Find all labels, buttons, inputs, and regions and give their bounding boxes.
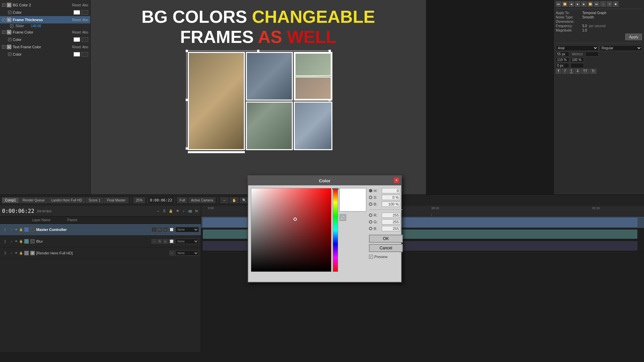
layer-1-expand[interactable]: ↔ — [152, 227, 157, 232]
layer-1-video-icon[interactable]: 👁 — [14, 228, 18, 232]
color-2-checkbox[interactable]: ✓ — [8, 38, 11, 41]
tracking-input[interactable] — [585, 52, 599, 57]
frame-thickness-reset[interactable]: Reset — [72, 18, 81, 22]
transport-record[interactable]: ⏺ — [613, 1, 619, 7]
tab-comp1[interactable]: Comp1 — [2, 197, 19, 203]
toolbar-timecode[interactable]: 0:00:06:22 — [150, 198, 172, 202]
transform-x-input[interactable] — [556, 57, 569, 62]
blue-radio[interactable] — [369, 227, 372, 230]
saturation-input[interactable] — [382, 195, 400, 200]
text-frame-color-about[interactable]: Abo — [82, 45, 88, 49]
color-2-swatch2[interactable] — [82, 37, 88, 42]
transport-loop[interactable]: ↺ — [607, 1, 612, 7]
color-2-swatch[interactable] — [73, 37, 80, 42]
zoom-select[interactable]: 25% — [133, 197, 145, 203]
red-input[interactable] — [382, 213, 400, 218]
text-italic-btn[interactable]: T — [562, 69, 568, 74]
layer-2-motion[interactable]: ◎ — [163, 239, 168, 244]
layer-3-expand[interactable]: ↔ — [169, 251, 174, 255]
text-small-caps-btn[interactable]: Tt — [590, 69, 596, 74]
text-frame-color-reset[interactable]: Reset — [72, 45, 81, 49]
layer-3-parent-select[interactable]: None — [175, 250, 199, 256]
color-3-swatch2[interactable] — [82, 52, 88, 57]
font-select[interactable]: Arial — [556, 45, 598, 51]
tool-hand[interactable]: ✋ — [230, 197, 238, 203]
brightness-input[interactable] — [382, 201, 400, 207]
green-radio[interactable] — [369, 220, 372, 224]
tl-btn-lock[interactable]: 🔒 — [168, 208, 174, 214]
frame-color-about[interactable]: Abo — [82, 31, 88, 34]
color-gradient-box[interactable] — [251, 188, 331, 272]
tl-btn-solo[interactable]: S — [162, 208, 167, 214]
frame-thickness-about[interactable]: Abo — [82, 18, 88, 22]
tool-expand[interactable]: ↔ — [220, 197, 228, 203]
active-camera-btn[interactable]: Active Camera — [189, 197, 215, 203]
tl-btn-audio[interactable]: ♪ — [182, 208, 185, 214]
transport-next[interactable]: ⏩ — [588, 1, 593, 7]
frame-thickness-checkbox[interactable]: ✓ — [2, 18, 5, 21]
layer-1-parent-select[interactable]: None — [175, 227, 199, 232]
blue-input[interactable] — [382, 226, 400, 231]
color-1-swatch2[interactable] — [82, 10, 88, 15]
layer-3-lock-icon[interactable]: 🔒 — [19, 251, 23, 255]
transport-prev-prev[interactable]: ⏮ — [556, 1, 561, 7]
transport-audio[interactable]: ♪ — [600, 1, 606, 7]
layer-row-2[interactable]: 2 ♪ 👁 🔒 ⬛ Blur ↔ fx ◎ ⬜ — [0, 236, 201, 247]
timeline-timecode[interactable]: 0:00:06:22 — [2, 208, 34, 214]
color-3-checkbox[interactable]: ✓ — [8, 53, 11, 56]
bg-color-2-reset[interactable]: Reset — [72, 3, 81, 7]
pos-y-input[interactable] — [571, 63, 584, 68]
full-quality-btn[interactable]: Full — [177, 197, 187, 203]
layer-2-expand[interactable]: ↔ — [152, 239, 157, 244]
layer-2-frame[interactable]: ⬜ — [169, 239, 174, 244]
transport-play-back[interactable]: ◀ — [569, 1, 574, 7]
font-size-input[interactable] — [556, 52, 569, 57]
bg-color-2-about[interactable]: Abo — [82, 3, 88, 7]
dialog-close-button[interactable]: × — [393, 177, 400, 184]
tab-final-master[interactable]: Final Master — [104, 197, 128, 203]
text-caps-btn[interactable]: TT — [581, 69, 589, 74]
color-1-swatch[interactable] — [73, 10, 80, 15]
hue-radio[interactable] — [369, 189, 372, 192]
layer-2-audio-icon[interactable]: ♪ — [9, 239, 13, 243]
layer-2-fx[interactable]: fx — [158, 239, 162, 244]
layer-3-audio-icon[interactable]: ♪ — [9, 251, 13, 255]
color-3-swatch[interactable] — [73, 52, 80, 57]
layer-row-1[interactable]: 1 ♪ 👁 🔒 ⬛ Master Controller ↔ fx ◎ ⬜ — [0, 224, 201, 236]
layer-1-motion[interactable]: ◎ — [163, 227, 168, 232]
tl-btn-expand[interactable]: ↔ — [156, 208, 161, 214]
font-style-select[interactable]: Regular — [600, 45, 642, 51]
transport-stop[interactable]: ■ — [575, 1, 580, 7]
text-strikethrough-btn[interactable]: T — [575, 69, 580, 74]
transport-prev[interactable]: ⏪ — [562, 1, 568, 7]
red-radio[interactable] — [369, 214, 372, 217]
tl-btn-eye[interactable]: 👁 — [175, 208, 180, 214]
layer-2-lock-icon[interactable]: 🔒 — [19, 239, 23, 243]
eyedropper-button[interactable]: 💉 — [339, 214, 346, 221]
saturation-radio[interactable] — [369, 196, 372, 199]
layer-2-parent-select[interactable]: None — [175, 239, 199, 244]
green-input[interactable] — [382, 219, 400, 225]
apply-button[interactable]: Apply — [625, 34, 642, 40]
layer-3-video-icon[interactable]: 👁 — [14, 251, 18, 255]
tl-btn-fx[interactable]: fx — [194, 208, 199, 214]
color-picker-cursor[interactable] — [293, 218, 297, 221]
preview-checkbox[interactable]: ✓ — [369, 255, 373, 259]
transport-play[interactable]: ▶ — [581, 1, 587, 7]
tab-score1[interactable]: Score 1 — [86, 197, 103, 203]
frame-color-checkbox[interactable]: ✓ — [2, 31, 5, 34]
tab-landro[interactable]: Landro Here Full HD — [48, 197, 85, 203]
hue-input[interactable] — [382, 188, 400, 193]
layer-row-3[interactable]: 3 ♪ 👁 🔒 R [Render Here Full HD] ↔ None — [0, 247, 201, 259]
bg-color-2-checkbox[interactable]: ✓ — [2, 3, 5, 7]
transform-y-input[interactable] — [571, 57, 584, 62]
text-bold-btn[interactable]: T — [556, 69, 561, 74]
dialog-ok-button[interactable]: OK — [369, 235, 403, 243]
tab-render-queue[interactable]: Render Queue — [19, 197, 48, 203]
layer-1-audio-icon[interactable]: ♪ — [9, 228, 13, 232]
text-underline-btn[interactable]: T — [569, 69, 574, 74]
layer-1-fx[interactable]: fx — [158, 227, 162, 232]
frame-color-reset[interactable]: Reset — [72, 31, 81, 34]
dialog-cancel-button[interactable]: Cancel — [369, 244, 403, 252]
brightness-radio[interactable] — [369, 202, 372, 206]
